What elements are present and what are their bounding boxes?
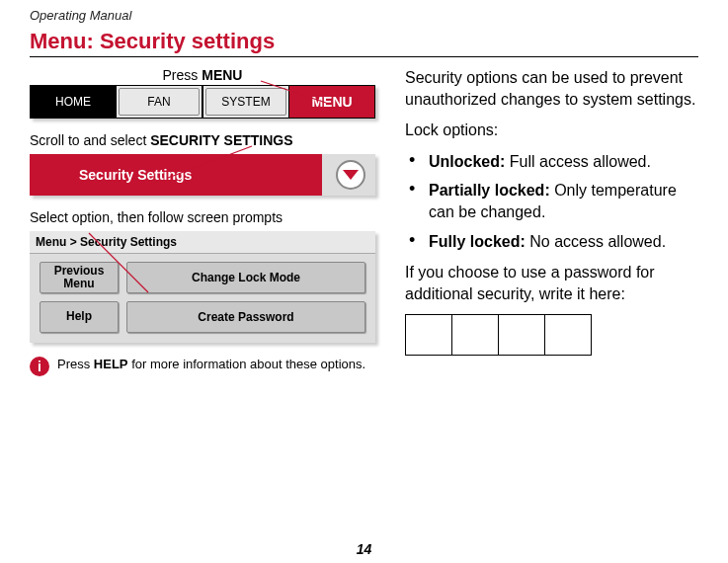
lock-option-partial: Partially locked: Only temperature can b… xyxy=(405,180,698,222)
change-lock-mode-button[interactable]: Change Lock Mode xyxy=(126,262,365,293)
step2-label: Scroll to and select SECURITY SETTINGS xyxy=(30,132,375,148)
create-password-button[interactable]: Create Password xyxy=(126,301,365,333)
step3-label: Select option, then follow screen prompt… xyxy=(30,209,375,225)
tab-home[interactable]: HOME xyxy=(31,86,116,118)
press-menu-label: Press MENU xyxy=(30,67,375,83)
right-column: Security options can be used to prevent … xyxy=(405,67,698,376)
tab-bar: HOME FAN SYSTEM MENU xyxy=(30,85,375,119)
opt0-name: Unlocked: xyxy=(429,153,505,170)
breadcrumb: Menu > Security Settings xyxy=(30,231,375,254)
info-icon: i xyxy=(30,357,49,376)
info-prefix: Press xyxy=(57,357,94,371)
info-text: Press HELP for more information about th… xyxy=(57,357,365,376)
press-bold: MENU xyxy=(202,67,242,83)
security-options-panel: Menu > Security Settings Previous Menu C… xyxy=(30,231,375,343)
opt1-name: Partially locked: xyxy=(429,182,550,199)
lock-options-list: Unlocked: Full access allowed. Partially… xyxy=(405,151,698,252)
chevron-down-icon xyxy=(336,160,365,190)
opt2-desc: No access allowed. xyxy=(526,233,666,250)
info-bold: HELP xyxy=(94,357,128,371)
info-suffix: for more information about these options… xyxy=(128,357,366,371)
manual-header: Operating Manual xyxy=(30,8,698,23)
password-box-3[interactable] xyxy=(498,314,545,356)
prev-line2: Menu xyxy=(63,278,94,290)
lock-options-label: Lock options: xyxy=(405,120,698,141)
title-rule xyxy=(30,56,698,57)
content-columns: Press MENU HOME FAN SYSTEM MENU Scroll t… xyxy=(30,67,698,376)
opt2-name: Fully locked: xyxy=(429,233,526,250)
password-boxes xyxy=(405,314,698,356)
previous-menu-button[interactable]: Previous Menu xyxy=(40,262,119,293)
tab-menu[interactable]: MENU xyxy=(289,86,374,118)
lock-option-full: Fully locked: No access allowed. xyxy=(405,231,698,253)
password-box-1[interactable] xyxy=(405,314,452,356)
tab-system[interactable]: SYSTEM xyxy=(202,86,289,118)
password-box-4[interactable] xyxy=(544,314,592,356)
password-note: If you choose to use a password for addi… xyxy=(405,262,698,304)
step2-bold: SECURITY SETTINGS xyxy=(150,132,292,148)
tab-fan-label: FAN xyxy=(147,95,170,109)
security-settings-item[interactable]: Security Settings xyxy=(30,154,326,196)
intro-text: Security options can be used to prevent … xyxy=(405,67,698,110)
lock-option-unlocked: Unlocked: Full access allowed. xyxy=(405,151,698,173)
security-settings-row: Security Settings xyxy=(30,154,375,196)
step2-prefix: Scroll to and select xyxy=(30,132,150,148)
info-note: i Press HELP for more information about … xyxy=(30,357,375,376)
opt0-desc: Full access allowed. xyxy=(505,153,651,170)
page-number: 14 xyxy=(0,541,728,557)
help-button[interactable]: Help xyxy=(40,301,119,333)
password-box-2[interactable] xyxy=(451,314,499,356)
press-prefix: Press xyxy=(163,67,202,83)
tab-system-label: SYSTEM xyxy=(221,95,270,109)
scroll-down-button[interactable] xyxy=(326,154,375,196)
left-column: Press MENU HOME FAN SYSTEM MENU Scroll t… xyxy=(30,67,375,376)
page-title: Menu: Security settings xyxy=(30,29,698,54)
tab-fan[interactable]: FAN xyxy=(116,86,202,118)
